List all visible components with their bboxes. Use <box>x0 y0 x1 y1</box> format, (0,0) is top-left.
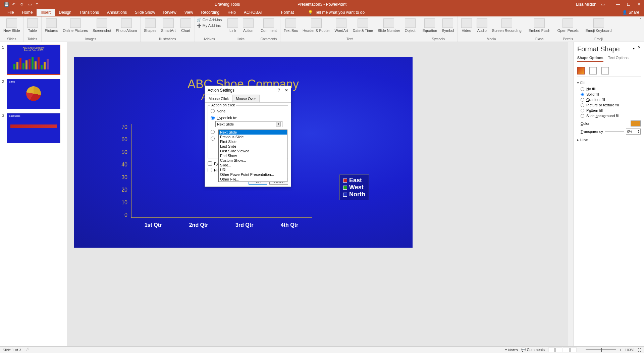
embed-flash-button[interactable]: Embed Flash <box>527 18 552 33</box>
zoom-out-icon[interactable]: − <box>580 348 582 352</box>
dd-last-viewed[interactable]: Last Slide Viewed <box>219 149 287 153</box>
radio-no-fill[interactable]: No fill <box>577 86 641 92</box>
vertical-scrollbar[interactable] <box>568 42 574 346</box>
slideshow-view-icon[interactable] <box>570 348 577 352</box>
hyperlink-dropdown[interactable]: Next Slide Previous Slide First Slide La… <box>218 130 287 182</box>
collapse-ribbon-icon[interactable]: ˄ <box>639 18 641 22</box>
radio-pattern-fill[interactable]: Pattern fill <box>577 108 641 113</box>
comment-button[interactable]: Comment <box>259 18 278 33</box>
reading-view-icon[interactable] <box>563 348 570 352</box>
slide-thumb-2[interactable]: 2 Sales <box>2 79 65 109</box>
text-options-tab[interactable]: Text Options <box>608 56 629 62</box>
screen-recording-button[interactable]: Screen Recording <box>491 18 523 33</box>
radio-none[interactable]: None <box>211 108 285 114</box>
slide-number-button[interactable]: Slide Number <box>376 18 401 33</box>
hyperlink-combo[interactable]: Next Slide ▾ <box>215 121 282 127</box>
tab-format[interactable]: Format <box>277 9 298 16</box>
comments-button[interactable]: 💬 Comments <box>521 348 545 352</box>
wordart-button[interactable]: WordArt <box>333 18 349 33</box>
link-button[interactable]: Link <box>226 18 239 33</box>
tab-slideshow[interactable]: Slide Show <box>131 9 159 16</box>
date-time-button[interactable]: Date & Time <box>352 18 375 33</box>
pictures-button[interactable]: Pictures <box>44 18 60 33</box>
ribbon-display-icon[interactable]: ▭ <box>601 2 605 7</box>
spell-check-icon[interactable]: ☄ <box>26 348 29 352</box>
chevron-down-icon[interactable]: ▾ <box>276 122 281 127</box>
dialog-help-icon[interactable]: ? <box>278 88 280 93</box>
dd-custom-show[interactable]: Custom Show... <box>219 158 287 163</box>
radio-picture-fill[interactable]: Picture or texture fill <box>577 102 641 108</box>
fit-to-window-icon[interactable]: ⛶ <box>638 348 641 352</box>
radio-hyperlink[interactable]: Hyperlink to: <box>211 114 285 121</box>
radio-solid-fill[interactable]: Solid fill <box>577 92 641 97</box>
symbol-button[interactable]: Symbol <box>440 18 455 33</box>
normal-view-icon[interactable] <box>548 348 555 352</box>
dd-slide[interactable]: Slide... <box>219 163 287 167</box>
slide-sorter-icon[interactable] <box>555 348 562 352</box>
zoom-in-icon[interactable]: + <box>619 348 621 352</box>
smartart-button[interactable]: SmartArt <box>160 18 177 33</box>
dd-previous-slide[interactable]: Previous Slide <box>219 135 287 139</box>
tab-transitions[interactable]: Transitions <box>75 9 103 16</box>
maximize-icon[interactable]: ☐ <box>627 2 631 7</box>
dd-other-ppt[interactable]: Other PowerPoint Presentation... <box>219 172 287 177</box>
tab-mouse-click[interactable]: Mouse Click <box>205 95 232 102</box>
transparency-slider[interactable] <box>605 131 624 132</box>
fill-color-picker[interactable] <box>631 120 641 127</box>
slide-counter[interactable]: Slide 1 of 3 <box>3 348 21 352</box>
qat-customize-icon[interactable]: ▾ <box>36 2 41 7</box>
minimize-icon[interactable]: — <box>616 2 620 7</box>
tab-home[interactable]: Home <box>18 9 37 16</box>
get-addins-button[interactable]: 🛒 Get Add-ins <box>197 18 222 22</box>
online-pictures-button[interactable]: Online Pictures <box>61 18 89 33</box>
slide-thumb-1[interactable]: 1 ABC Shoe CompanyAnnual Sales 2005 <box>2 45 65 75</box>
pane-options-icon[interactable]: ▾ <box>633 47 635 50</box>
audio-button[interactable]: Audio <box>475 18 489 33</box>
notes-button[interactable]: ≡ Notes <box>505 348 518 352</box>
radio-slide-bg-fill[interactable]: Slide background fill <box>577 113 641 118</box>
shape-options-tab[interactable]: Shape Options <box>577 56 603 62</box>
dd-next-slide[interactable]: Next Slide <box>219 130 287 135</box>
equation-button[interactable]: Equation <box>421 18 438 33</box>
tab-help[interactable]: Help <box>223 9 240 16</box>
slide-canvas-area[interactable]: ABC Shoe Company Annual Sales 2005 70 60… <box>67 42 574 346</box>
tab-animations[interactable]: Animations <box>103 9 131 16</box>
fill-section-toggle[interactable]: ▾Fill <box>577 80 641 86</box>
effects-icon[interactable] <box>589 67 597 74</box>
undo-icon[interactable]: ↶ <box>12 2 17 7</box>
redo-icon[interactable]: ↻ <box>20 2 25 7</box>
dd-first-slide[interactable]: First Slide <box>219 139 287 144</box>
zoom-slider[interactable] <box>586 349 616 350</box>
my-addins-button[interactable]: ➕ My Add-ins <box>197 23 222 28</box>
dd-other-file[interactable]: Other File... <box>219 177 287 182</box>
open-pexels-button[interactable]: Open Pexels <box>556 18 580 33</box>
table-button[interactable]: Table <box>26 18 39 33</box>
dialog-close-icon[interactable]: ✕ <box>285 88 288 93</box>
size-properties-icon[interactable] <box>601 67 609 74</box>
zoom-level[interactable]: 103% <box>625 348 634 352</box>
dd-url[interactable]: URL... <box>219 167 287 172</box>
tab-view[interactable]: View <box>180 9 197 16</box>
photo-album-button[interactable]: Photo Album <box>115 18 138 33</box>
object-button[interactable]: Object <box>404 18 417 33</box>
pane-close-icon[interactable]: ✕ <box>638 45 641 50</box>
close-icon[interactable]: ✕ <box>637 2 641 7</box>
dd-end-show[interactable]: End Show <box>219 153 287 158</box>
slide-thumbnail-panel[interactable]: 1 ABC Shoe CompanyAnnual Sales 2005 2 Sa… <box>0 42 67 346</box>
header-footer-button[interactable]: Header & Footer <box>301 18 331 33</box>
tab-acrobat[interactable]: ACROBAT <box>240 9 267 16</box>
tab-design[interactable]: Design <box>55 9 75 16</box>
chart-button[interactable]: Chart <box>179 18 193 33</box>
tab-file[interactable]: File <box>3 9 18 16</box>
user-name[interactable]: Lisa Mildon <box>576 2 596 7</box>
transparency-spinner[interactable]: 0%▴▾ <box>626 129 641 135</box>
save-icon[interactable]: 💾 <box>4 2 9 7</box>
slide-thumb-3[interactable]: 3 East Sales <box>2 113 65 143</box>
start-from-beginning-icon[interactable]: ▭ <box>28 2 33 7</box>
action-button[interactable]: Action <box>241 18 255 33</box>
video-button[interactable]: Video <box>460 18 473 33</box>
tab-recording[interactable]: Recording <box>197 9 224 16</box>
dd-last-slide[interactable]: Last Slide <box>219 144 287 149</box>
tell-me-search[interactable]: 💡 Tell me what you want to do <box>308 10 365 15</box>
radio-gradient-fill[interactable]: Gradient fill <box>577 97 641 102</box>
